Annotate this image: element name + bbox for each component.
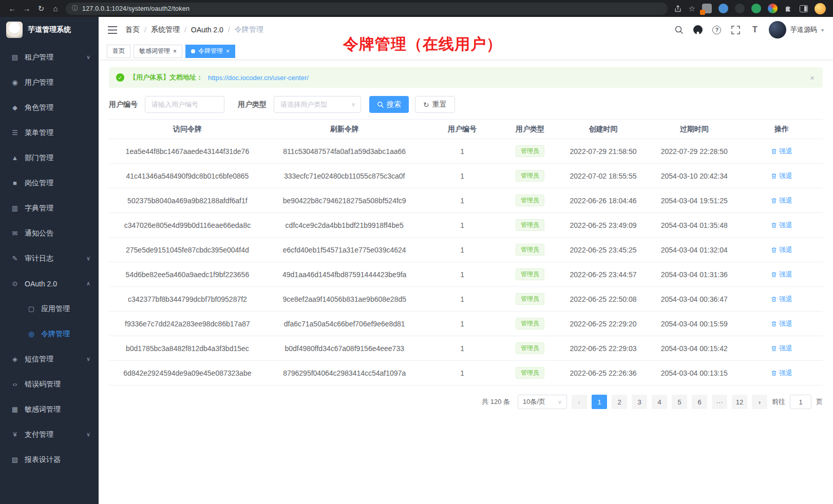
sidebar-item[interactable]: ▦ 敏感词管理 bbox=[0, 397, 99, 422]
page-button[interactable]: 5 bbox=[672, 395, 687, 409]
home-icon[interactable]: ⌂ bbox=[48, 2, 63, 16]
tab[interactable]: 敏感词管理 × bbox=[134, 45, 182, 58]
post-icon: ■ bbox=[10, 179, 20, 187]
sidebar-item[interactable]: ◈ 短信管理 ∨ bbox=[0, 346, 99, 372]
menu-icon: ☰ bbox=[10, 129, 20, 137]
page-button[interactable]: 1 bbox=[592, 395, 607, 409]
force-logout-button[interactable]: 强退 bbox=[771, 196, 792, 205]
user-menu[interactable]: 芋道源码 ▾ bbox=[769, 21, 824, 38]
back-icon[interactable]: ← bbox=[5, 2, 20, 16]
sidebar-item-label: 部门管理 bbox=[25, 153, 90, 163]
breadcrumb-item[interactable]: OAuth 2.0 bbox=[191, 26, 223, 34]
app-logo-row[interactable]: 芋道管理系统 bbox=[0, 17, 99, 43]
page-content: ✓ 【用户体系】文档地址： https://doc.iocoder.cn/use… bbox=[99, 60, 833, 504]
sidebar-item[interactable]: ◉ 用户管理 bbox=[0, 70, 99, 95]
sidebar-item[interactable]: ▤ 租户管理 ∨ bbox=[0, 45, 99, 70]
reset-button[interactable]: ↻ 重置 bbox=[415, 96, 455, 113]
sidebar-item-label: 敏感词管理 bbox=[25, 405, 90, 414]
sidebar-item[interactable]: ¥ 支付管理 ∨ bbox=[0, 422, 99, 447]
extension-icon[interactable] bbox=[735, 4, 745, 13]
search-button[interactable]: 搜索 bbox=[369, 96, 409, 113]
next-page-button[interactable]: › bbox=[752, 395, 767, 409]
breadcrumb-item[interactable]: 首页 bbox=[125, 25, 140, 34]
page-button[interactable]: 2 bbox=[612, 395, 627, 409]
share-icon[interactable] bbox=[674, 5, 682, 13]
extension-icon[interactable] bbox=[768, 4, 778, 13]
sidebar-item[interactable]: ‹› 错误码管理 bbox=[0, 372, 99, 397]
page-button[interactable]: 6 bbox=[692, 395, 707, 409]
main-area: 首页 / 系统管理 / OAuth 2.0 / 令牌管理 ? T bbox=[99, 17, 833, 504]
breadcrumb-separator: / bbox=[184, 26, 186, 34]
force-logout-button[interactable]: 强退 bbox=[771, 245, 792, 255]
sidebar-item[interactable]: ⊙ OAuth 2.0 ∧ bbox=[0, 271, 99, 296]
puzzle-icon[interactable] bbox=[784, 4, 793, 13]
page-size-select[interactable]: 10条/页 ∨ bbox=[518, 395, 567, 409]
sidebar-item[interactable]: ▧ 报表设计器 bbox=[0, 447, 99, 472]
github-icon[interactable] bbox=[693, 24, 703, 35]
sidebar-item[interactable]: ◎ 令牌管理 bbox=[0, 321, 99, 346]
forward-icon[interactable]: → bbox=[20, 2, 34, 16]
tab-close-icon[interactable]: × bbox=[226, 48, 230, 54]
user-type-tag: 管理员 bbox=[516, 268, 544, 280]
extension-icon[interactable] bbox=[702, 4, 712, 13]
sidebar-item-label: 报表设计器 bbox=[25, 455, 90, 464]
tab[interactable]: 首页 bbox=[107, 45, 130, 58]
tab-close-icon[interactable]: × bbox=[173, 48, 177, 54]
user-type-tag: 管理员 bbox=[516, 318, 544, 329]
user-id-label: 用户编号 bbox=[109, 100, 138, 109]
collapse-sidebar-icon[interactable] bbox=[108, 26, 117, 34]
page-button[interactable]: 4 bbox=[652, 395, 667, 409]
breadcrumb-item[interactable]: 系统管理 bbox=[151, 25, 180, 34]
refresh-icon: ↻ bbox=[423, 101, 429, 109]
column-header: 刷新令牌 bbox=[266, 120, 423, 139]
bookmark-star-icon[interactable]: ☆ bbox=[689, 4, 695, 13]
tab-split-icon[interactable] bbox=[800, 5, 808, 12]
page-info-icon[interactable]: ⓘ bbox=[72, 4, 78, 13]
page-button[interactable]: 12 bbox=[732, 395, 747, 409]
page-button[interactable]: 3 bbox=[632, 395, 647, 409]
reload-icon[interactable]: ↻ bbox=[34, 2, 48, 16]
extension-icon[interactable] bbox=[718, 4, 728, 13]
alert-close-icon[interactable]: × bbox=[810, 73, 815, 82]
extension-icon[interactable] bbox=[751, 4, 761, 13]
user-type-cell: 管理员 bbox=[501, 213, 558, 238]
prev-page-button[interactable]: ‹ bbox=[572, 395, 587, 409]
sidebar-item[interactable]: ✎ 审计日志 ∨ bbox=[0, 246, 99, 271]
force-logout-button[interactable]: 强退 bbox=[771, 295, 792, 304]
force-logout-button[interactable]: 强退 bbox=[771, 270, 792, 279]
force-logout-button[interactable]: 强退 bbox=[771, 369, 792, 378]
pagination: 共 120 条 10条/页 ∨ ‹ 1 2 3 4 5 6 bbox=[109, 395, 823, 409]
doc-alert-banner: ✓ 【用户体系】文档地址： https://doc.iocoder.cn/use… bbox=[109, 67, 823, 88]
force-logout-button[interactable]: 强退 bbox=[771, 147, 792, 156]
user-id-input[interactable] bbox=[145, 96, 224, 113]
force-logout-button[interactable]: 强退 bbox=[771, 171, 792, 181]
trash-icon bbox=[771, 148, 777, 154]
page-button[interactable]: ··· bbox=[712, 395, 727, 409]
sidebar-item[interactable]: ☰ 菜单管理 bbox=[0, 120, 99, 145]
page-list: 1 2 3 4 5 6 ··· 12 bbox=[592, 395, 747, 409]
sidebar-item[interactable]: ▲ 部门管理 bbox=[0, 145, 99, 170]
force-logout-button[interactable]: 强退 bbox=[771, 344, 792, 353]
help-icon[interactable]: ? bbox=[712, 24, 722, 35]
address-bar[interactable]: ⓘ 127.0.0.1:1024/system/oauth2/token bbox=[66, 3, 668, 15]
doc-link[interactable]: https://doc.iocoder.cn/user-center/ bbox=[208, 74, 309, 82]
fullscreen-icon[interactable] bbox=[731, 24, 741, 35]
user-type-tag: 管理员 bbox=[516, 342, 544, 354]
breadcrumb-item[interactable]: 令牌管理 bbox=[235, 25, 263, 34]
user-type-select[interactable]: 请选择用户类型 ∨ bbox=[274, 96, 361, 113]
goto-page-input[interactable] bbox=[790, 395, 811, 409]
sidebar-item[interactable]: ■ 岗位管理 bbox=[0, 170, 99, 196]
font-size-icon[interactable]: T bbox=[750, 24, 760, 35]
force-logout-button[interactable]: 强退 bbox=[771, 221, 792, 230]
refresh-token-cell: be90422b8c7946218275a508bf524fc9 bbox=[266, 188, 423, 213]
sidebar-item[interactable]: ✉ 通知公告 bbox=[0, 221, 99, 246]
search-button-label: 搜索 bbox=[387, 100, 401, 109]
sidebar-item[interactable]: ◆ 角色管理 bbox=[0, 95, 99, 120]
sidebar-item[interactable]: ▢ 应用管理 bbox=[0, 296, 99, 321]
sidebar-item[interactable]: ▥ 字典管理 bbox=[0, 196, 99, 221]
force-logout-button[interactable]: 强退 bbox=[771, 319, 792, 328]
force-logout-label: 强退 bbox=[779, 270, 792, 279]
tab[interactable]: 令牌管理 × bbox=[185, 45, 235, 58]
browser-profile-avatar[interactable] bbox=[815, 3, 826, 14]
search-icon[interactable] bbox=[674, 24, 684, 35]
